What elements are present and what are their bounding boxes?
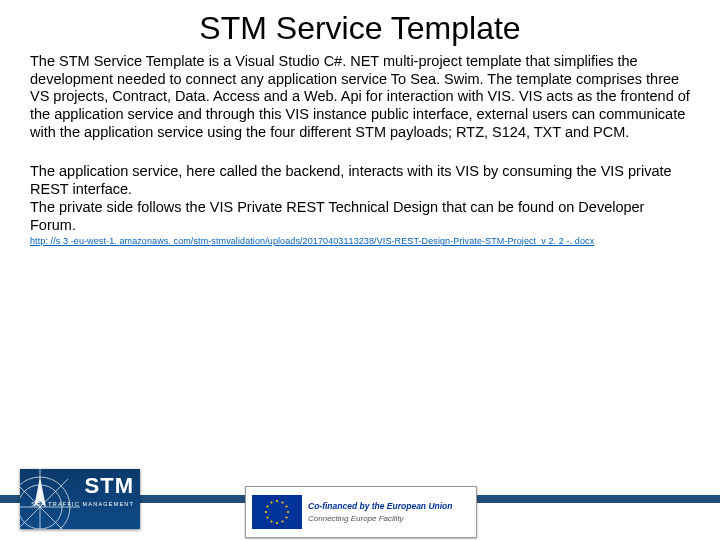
reference-link[interactable]: http: //s 3 -eu-west-1. amazonaws. com/s… <box>30 236 690 247</box>
svg-point-8 <box>281 501 283 503</box>
svg-point-13 <box>276 522 278 524</box>
svg-point-16 <box>265 511 267 513</box>
stm-logo-abbrev: STM <box>31 475 134 497</box>
svg-point-10 <box>287 511 289 513</box>
eu-line-2: Connecting Europe Facility <box>308 514 472 523</box>
eu-flag-icon <box>252 495 302 529</box>
page-title: STM Service Template <box>0 10 720 47</box>
svg-point-14 <box>270 520 272 522</box>
svg-point-11 <box>285 516 287 518</box>
paragraph-1: The STM Service Template is a Visual Stu… <box>30 53 690 141</box>
svg-point-7 <box>276 500 278 502</box>
stm-logo: STM SEA TRAFFIC MANAGEMENT <box>20 469 140 529</box>
paragraph-2: The application service, here called the… <box>30 163 690 198</box>
eu-cofinance-block: Co-financed by the European Union Connec… <box>245 486 477 538</box>
body-text: The STM Service Template is a Visual Stu… <box>0 53 720 247</box>
paragraph-3: The private side follows the VIS Private… <box>30 199 690 234</box>
svg-point-17 <box>266 505 268 507</box>
stm-logo-full: SEA TRAFFIC MANAGEMENT <box>31 501 134 507</box>
svg-point-12 <box>281 520 283 522</box>
svg-point-9 <box>285 505 287 507</box>
svg-point-18 <box>270 501 272 503</box>
eu-line-1: Co-financed by the European Union <box>308 501 472 511</box>
svg-point-15 <box>266 516 268 518</box>
footer: STM SEA TRAFFIC MANAGEMENT <box>0 465 720 540</box>
